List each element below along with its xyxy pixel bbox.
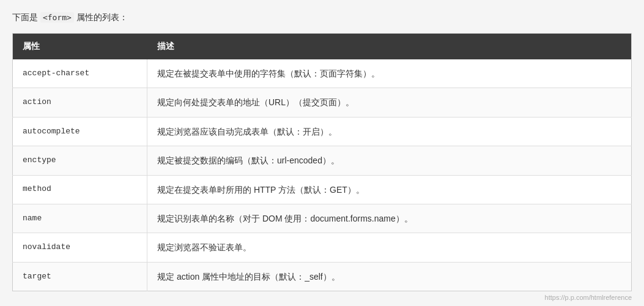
desc-cell: 规定浏览器不验证表单。 bbox=[147, 233, 632, 262]
form-tag-code: <form> bbox=[40, 12, 74, 23]
attr-cell: action bbox=[13, 88, 147, 117]
table-header: 属性 描述 bbox=[13, 34, 632, 60]
table-row: enctype规定被提交数据的编码（默认：url-encoded）。 bbox=[13, 146, 632, 175]
desc-cell: 规定在提交表单时所用的 HTTP 方法（默认：GET）。 bbox=[147, 175, 632, 204]
table-row: novalidate规定浏览器不验证表单。 bbox=[13, 233, 632, 262]
desc-cell: 规定被提交数据的编码（默认：url-encoded）。 bbox=[147, 146, 632, 175]
header-attr: 属性 bbox=[13, 34, 147, 60]
desc-cell: 规定识别表单的名称（对于 DOM 使用：document.forms.name）… bbox=[147, 204, 632, 233]
intro-paragraph: 下面是 <form> 属性的列表： bbox=[12, 12, 632, 23]
attr-cell: novalidate bbox=[13, 233, 147, 262]
header-row: 属性 描述 bbox=[13, 34, 632, 60]
attr-cell: name bbox=[13, 204, 147, 233]
intro-text-after: 属性的列表： bbox=[74, 12, 128, 22]
attr-cell: method bbox=[13, 175, 147, 204]
attr-cell: autocomplete bbox=[13, 117, 147, 146]
table-row: name规定识别表单的名称（对于 DOM 使用：document.forms.n… bbox=[13, 204, 632, 233]
attr-cell: enctype bbox=[13, 146, 147, 175]
desc-cell: 规定在被提交表单中使用的字符集（默认：页面字符集）。 bbox=[147, 59, 632, 88]
table-row: target规定 action 属性中地址的目标（默认：_self）。 bbox=[13, 262, 632, 291]
table-row: action规定向何处提交表单的地址（URL）（提交页面）。 bbox=[13, 88, 632, 117]
table-row: accept-charset规定在被提交表单中使用的字符集（默认：页面字符集）。 bbox=[13, 59, 632, 88]
attr-cell: target bbox=[13, 262, 147, 291]
attr-cell: accept-charset bbox=[13, 59, 147, 88]
table-body: accept-charset规定在被提交表单中使用的字符集（默认：页面字符集）。… bbox=[13, 59, 632, 291]
desc-cell: 规定 action 属性中地址的目标（默认：_self）。 bbox=[147, 262, 632, 291]
desc-cell: 规定浏览器应该自动完成表单（默认：开启）。 bbox=[147, 117, 632, 146]
header-desc: 描述 bbox=[147, 34, 632, 60]
desc-cell: 规定向何处提交表单的地址（URL）（提交页面）。 bbox=[147, 88, 632, 117]
watermark: https://p.p.com/htmlreference bbox=[12, 294, 632, 301]
table-row: autocomplete规定浏览器应该自动完成表单（默认：开启）。 bbox=[13, 117, 632, 146]
intro-text-before: 下面是 bbox=[12, 12, 40, 22]
attributes-table: 属性 描述 accept-charset规定在被提交表单中使用的字符集（默认：页… bbox=[12, 33, 632, 291]
table-row: method规定在提交表单时所用的 HTTP 方法（默认：GET）。 bbox=[13, 175, 632, 204]
